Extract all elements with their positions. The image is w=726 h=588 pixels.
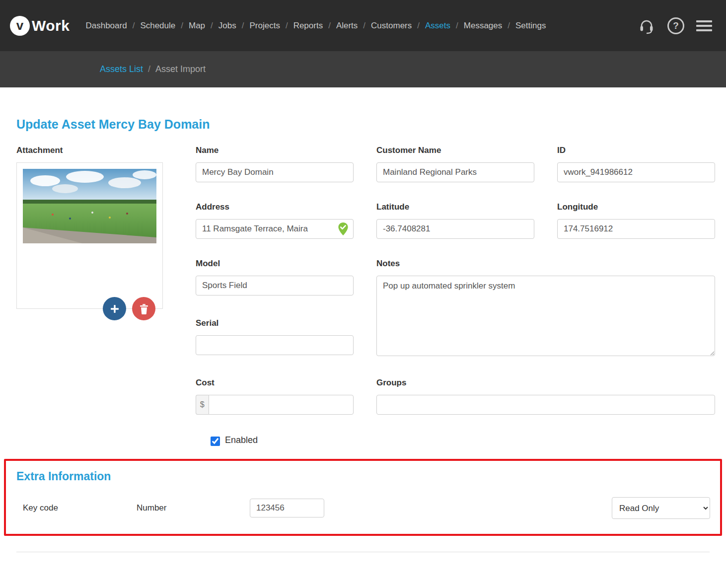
nav-separator: /: [417, 21, 420, 31]
nav-separator: /: [286, 21, 288, 31]
longitude-input[interactable]: [557, 219, 715, 239]
nav-separator: /: [363, 21, 365, 31]
latitude-label: Latitude: [376, 202, 534, 212]
attachment-actions: [103, 297, 155, 320]
main-nav: Dashboard / Schedule / Map / Jobs / Proj…: [85, 21, 546, 31]
breadcrumb-asset-import[interactable]: Asset Import: [155, 64, 206, 74]
field-serial: Serial: [196, 318, 354, 355]
enabled-label[interactable]: Enabled: [225, 435, 258, 445]
delete-attachment-button[interactable]: [132, 297, 155, 320]
geocode-pin-icon: [337, 222, 350, 236]
enabled-checkbox[interactable]: [211, 437, 220, 446]
nav-separator: /: [211, 21, 213, 31]
headset-support-icon[interactable]: [638, 17, 655, 35]
nav-utility-icons: ?: [638, 0, 712, 51]
attachment-label: Attachment: [16, 146, 163, 155]
breadcrumb: Assets List / Asset Import: [0, 51, 726, 87]
page-title: Update Asset Mercy Bay Domain: [16, 117, 710, 132]
model-label: Model: [196, 259, 354, 269]
plus-icon: [110, 304, 120, 314]
currency-prefix: $: [196, 395, 209, 415]
key-code-label: Key code: [23, 503, 137, 513]
nav-item-reports[interactable]: Reports: [293, 21, 323, 31]
serial-input[interactable]: [196, 335, 354, 355]
field-id: ID: [557, 146, 715, 182]
asset-fields: Name Customer Name ID Address: [196, 146, 715, 446]
notes-label: Notes: [376, 259, 715, 269]
field-address: Address: [196, 202, 354, 239]
extra-information-section: Extra Information Key code Number Read O…: [4, 459, 722, 536]
field-groups: Groups: [376, 378, 715, 415]
add-attachment-button[interactable]: [103, 297, 126, 320]
address-input[interactable]: [196, 219, 354, 239]
nav-item-projects[interactable]: Projects: [249, 21, 280, 31]
bottom-divider: [16, 552, 710, 552]
nav-item-jobs[interactable]: Jobs: [218, 21, 236, 31]
nav-separator: /: [133, 21, 135, 31]
trash-icon: [139, 303, 149, 314]
asset-edit-page: Update Asset Mercy Bay Domain Attachment: [0, 87, 726, 552]
top-nav: v Work Dashboard / Schedule / Map / Jobs…: [0, 0, 726, 51]
groups-input[interactable]: [376, 395, 715, 415]
field-enabled: Enabled: [211, 437, 354, 446]
vwork-logo-mark: v: [10, 16, 30, 36]
breadcrumb-assets-list[interactable]: Assets List: [100, 64, 143, 74]
hamburger-menu-icon[interactable]: [696, 20, 712, 31]
id-input[interactable]: [557, 162, 715, 182]
nav-item-schedule[interactable]: Schedule: [140, 21, 175, 31]
field-cost: Cost $: [196, 378, 354, 415]
permission-select[interactable]: Read Only: [612, 497, 710, 519]
attachment-photo[interactable]: [23, 169, 156, 243]
longitude-label: Longitude: [557, 202, 715, 212]
key-code-input[interactable]: [250, 499, 324, 517]
customer-name-input[interactable]: [376, 162, 534, 182]
attachment-section: Attachment: [16, 146, 163, 446]
cost-input[interactable]: [209, 395, 354, 415]
extra-information-title: Extra Information: [16, 470, 710, 483]
nav-item-dashboard[interactable]: Dashboard: [85, 21, 127, 31]
field-customer-name: Customer Name: [376, 146, 534, 182]
vwork-logo[interactable]: v Work: [10, 16, 70, 36]
nav-separator: /: [456, 21, 458, 31]
field-name: Name: [196, 146, 354, 182]
name-label: Name: [196, 146, 354, 155]
id-label: ID: [557, 146, 715, 155]
field-model: Model: [196, 259, 354, 295]
extra-information-row: Key code Number Read Only: [16, 497, 710, 519]
notes-textarea[interactable]: Pop up automated sprinkler system: [376, 276, 715, 356]
nav-item-customers[interactable]: Customers: [371, 21, 412, 31]
field-latitude: Latitude: [376, 202, 534, 239]
field-notes: Notes Pop up automated sprinkler system: [376, 259, 715, 358]
nav-item-alerts[interactable]: Alerts: [336, 21, 358, 31]
field-longitude: Longitude: [557, 202, 715, 239]
nav-item-map[interactable]: Map: [189, 21, 205, 31]
address-label: Address: [196, 202, 354, 212]
breadcrumb-separator: /: [148, 64, 150, 74]
nav-separator: /: [508, 21, 510, 31]
nav-separator: /: [328, 21, 331, 31]
vwork-logo-text: Work: [32, 17, 70, 34]
name-input[interactable]: [196, 162, 354, 182]
nav-item-settings[interactable]: Settings: [515, 21, 546, 31]
model-input[interactable]: [196, 276, 354, 295]
asset-form: Attachment: [16, 146, 710, 446]
latitude-input[interactable]: [376, 219, 534, 239]
groups-label: Groups: [376, 378, 715, 388]
customer-name-label: Customer Name: [376, 146, 534, 155]
attachment-box: [16, 162, 163, 309]
nav-item-assets[interactable]: Assets: [425, 21, 450, 31]
nav-separator: /: [181, 21, 183, 31]
nav-item-messages[interactable]: Messages: [464, 21, 502, 31]
key-code-type-label: Number: [137, 503, 250, 513]
serial-label: Serial: [196, 318, 354, 328]
nav-separator: /: [242, 21, 244, 31]
cost-label: Cost: [196, 378, 354, 388]
help-icon[interactable]: ?: [667, 17, 684, 34]
